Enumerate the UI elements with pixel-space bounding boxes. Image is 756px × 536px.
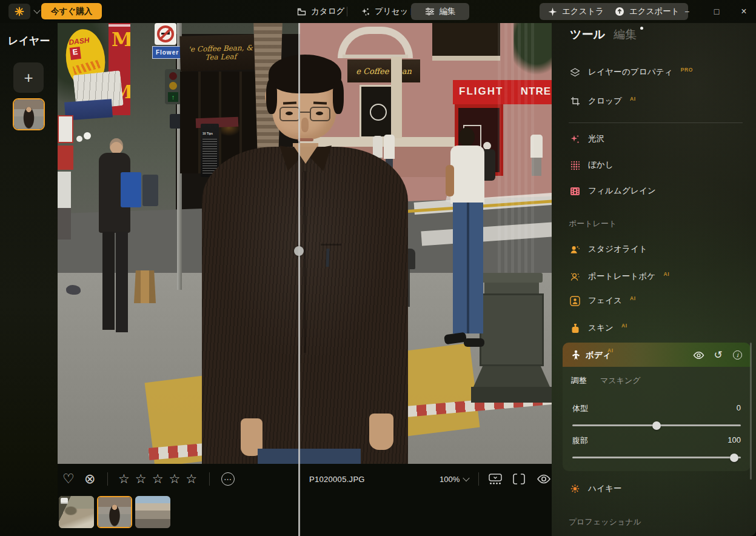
photo-lamp-globe-2 bbox=[84, 132, 91, 139]
layers-panel-title: レイヤー bbox=[8, 34, 50, 48]
filmstrip-thumbnail-2-selected[interactable] bbox=[97, 496, 132, 528]
photo-paper-bag bbox=[134, 270, 156, 303]
tab-catalog[interactable]: カタログ bbox=[291, 3, 350, 20]
panel-tab-edits[interactable]: 編集 bbox=[614, 27, 637, 42]
filmstrip bbox=[58, 494, 552, 536]
tools-panel: ツール 編集 レイヤーのプロパティ PRO クロップ AI 光沢 ぼかし フィル… bbox=[552, 23, 756, 536]
extras-label: エクストラ bbox=[562, 6, 604, 17]
slider-body-shape-track[interactable] bbox=[572, 424, 741, 426]
close-button[interactable]: × bbox=[732, 0, 756, 23]
ai-badge: AI bbox=[664, 271, 670, 277]
tool-studio-light[interactable]: スタジオライト bbox=[570, 243, 647, 256]
star-icon[interactable]: ☆ bbox=[118, 472, 130, 486]
tool-high-key[interactable]: ハイキー bbox=[570, 482, 622, 495]
panel-scrollbar[interactable] bbox=[750, 343, 752, 480]
banner-topline bbox=[109, 24, 130, 27]
high-key-sun-icon bbox=[570, 484, 580, 494]
photo-canvas[interactable]: DASH E M M Flower ↑ 'e Coffee Bean, & Te… bbox=[58, 23, 552, 464]
tab-edit[interactable]: 編集 bbox=[411, 3, 469, 20]
layers-sidebar: レイヤー + bbox=[0, 23, 58, 536]
subject-hair-side-right bbox=[333, 79, 344, 114]
tool-glow[interactable]: 光沢 bbox=[570, 132, 604, 146]
pedestal-mid bbox=[480, 293, 544, 366]
reject-icon[interactable]: ⊗ bbox=[84, 472, 95, 486]
preview-eye-icon[interactable] bbox=[537, 474, 551, 484]
info-icon[interactable]: i bbox=[732, 349, 743, 361]
minimize-glyph: − bbox=[684, 7, 689, 16]
star-icon[interactable]: ☆ bbox=[186, 472, 197, 486]
tool-face[interactable]: フェイス AI bbox=[570, 294, 636, 307]
info-glyph: i bbox=[733, 350, 742, 360]
toolbar-divider-3 bbox=[478, 472, 479, 486]
reset-undo-icon[interactable]: ↺ bbox=[712, 349, 724, 361]
zoom-dropdown[interactable]: 100% bbox=[440, 475, 469, 484]
subject-placket bbox=[304, 171, 306, 353]
tool-label: レイヤーのプロパティ bbox=[588, 67, 673, 78]
body-tab-adjust[interactable]: 調整 bbox=[571, 375, 587, 386]
photo-newspaper-box-2 bbox=[142, 175, 158, 206]
photo-traffic-light: ↑ bbox=[165, 69, 181, 104]
mcdonalds-m-arches: M bbox=[112, 28, 130, 51]
visibility-eye-icon[interactable] bbox=[693, 349, 704, 361]
top-bar: 今すぐ購入 カタログ プリセット 編集 エクストラ エクスポート − □ × bbox=[0, 0, 756, 23]
film-grain-icon bbox=[570, 186, 580, 196]
buy-now-button[interactable]: 今すぐ購入 bbox=[41, 3, 102, 19]
body-tool-header[interactable]: ボディ AI ↺ i bbox=[563, 343, 751, 367]
tool-blur[interactable]: ぼかし bbox=[570, 158, 614, 172]
tool-layer-properties[interactable]: レイヤーのプロパティ PRO bbox=[570, 65, 693, 79]
star-icon[interactable]: ☆ bbox=[169, 472, 180, 486]
tool-film-grain[interactable]: フィルムグレイン bbox=[570, 184, 656, 198]
minimize-button[interactable]: − bbox=[675, 0, 699, 23]
extras-button[interactable]: エクストラ bbox=[540, 3, 612, 20]
star-icon[interactable]: ☆ bbox=[152, 472, 164, 486]
professional-section-header: プロフェッショナル bbox=[569, 517, 641, 528]
tool-label: 光沢 bbox=[588, 133, 604, 144]
layer-thumbnail-image bbox=[14, 99, 44, 129]
tool-portrait-bokeh[interactable]: ポートレートボケ AI bbox=[570, 270, 669, 283]
wtm-head bbox=[459, 127, 475, 147]
add-layer-button[interactable]: + bbox=[13, 62, 44, 93]
panel-tab-tools[interactable]: ツール bbox=[570, 27, 605, 42]
favorite-heart-icon[interactable]: ♡ bbox=[62, 472, 75, 486]
filmstrip-toggle-icon[interactable] bbox=[488, 473, 503, 485]
slider-abdomen-handle[interactable] bbox=[730, 454, 738, 462]
tool-crop[interactable]: クロップ AI bbox=[570, 95, 636, 108]
tool-skin[interactable]: スキン AI bbox=[570, 321, 627, 335]
more-options-icon[interactable]: ⋯ bbox=[221, 472, 235, 486]
star-rating[interactable]: ☆☆☆☆☆ bbox=[118, 472, 197, 486]
tool-label: ハイキー bbox=[588, 483, 622, 494]
slider-abdomen-track[interactable] bbox=[572, 457, 741, 458]
compare-slider-line[interactable] bbox=[298, 23, 300, 536]
filmstrip-thumbnail-3[interactable] bbox=[135, 496, 170, 528]
photo-main-subject bbox=[202, 55, 408, 464]
layers-icon bbox=[570, 67, 580, 78]
layer-thumbnail[interactable] bbox=[13, 98, 45, 130]
photo-lamp-globe bbox=[76, 136, 82, 142]
compare-slider-handle[interactable] bbox=[294, 246, 304, 256]
ai-badge: AI bbox=[630, 96, 636, 102]
maximize-button[interactable]: □ bbox=[704, 0, 729, 23]
compare-view-icon[interactable] bbox=[512, 473, 526, 485]
body-person-icon bbox=[570, 349, 581, 361]
tool-label: クロップ bbox=[588, 96, 622, 107]
subject-hand-right bbox=[369, 414, 393, 450]
pedestal-flare bbox=[473, 366, 550, 387]
tab-catalog-label: カタログ bbox=[311, 6, 344, 17]
toolbar-divider bbox=[107, 472, 108, 486]
tool-label: スタジオライト bbox=[588, 244, 647, 255]
zoom-level-label: 100% bbox=[440, 475, 460, 484]
tool-label: フィルムグレイン bbox=[588, 186, 656, 196]
slider-body-shape-handle[interactable] bbox=[652, 421, 661, 430]
tool-label: スキン bbox=[588, 323, 614, 333]
blur-dots-icon bbox=[570, 160, 580, 170]
extras-star-icon bbox=[548, 7, 557, 16]
filename-label: P1020005.JPG bbox=[309, 475, 365, 484]
flight-sign-text: FLIGHT bbox=[459, 85, 503, 98]
chevron-down-icon[interactable] bbox=[33, 7, 40, 13]
photo-flower-street-sign: Flower bbox=[152, 46, 182, 59]
app-logo-button[interactable] bbox=[8, 4, 30, 19]
pedestal-plinth bbox=[471, 387, 552, 403]
body-tab-masking[interactable]: マスキング bbox=[600, 375, 641, 386]
filmstrip-thumbnail-1[interactable] bbox=[59, 496, 94, 528]
star-icon[interactable]: ☆ bbox=[135, 472, 147, 486]
